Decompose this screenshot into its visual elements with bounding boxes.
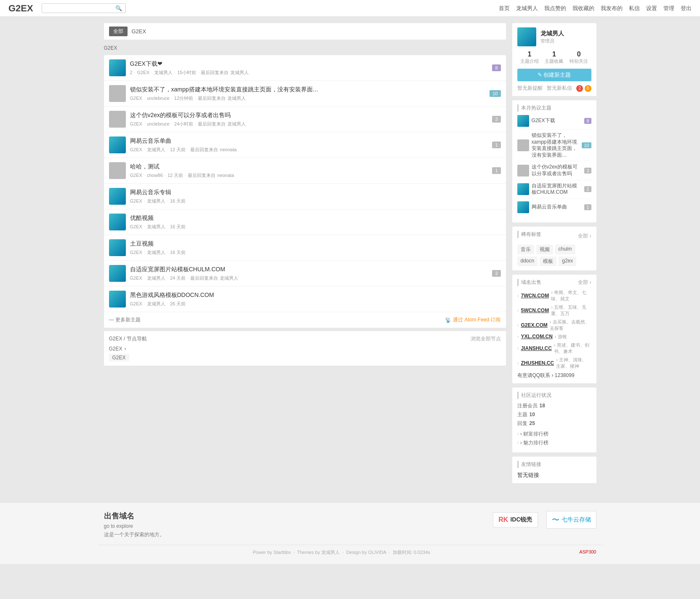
topic-meta: G2EX · 龙城男人 · 12 天前 ·最后回复来自 neonata [130,147,488,153]
domain-arrow: › [517,345,519,351]
more-topics-link[interactable]: — 更多新主题 [109,316,141,324]
topic-title-link[interactable]: 锁似安装不了，xampp搭建本地环境安装直接跳主页面，没有安装界面… [130,86,486,94]
topic-author[interactable]: 龙城男人 [147,275,165,281]
topic-author[interactable]: unclebruce [147,121,170,126]
topic-time: 12 天前 [170,147,186,153]
topic-item: 自适应宽屏图片站模板CHULM.COM G2EX · 龙城男人 · 24 天前 … [104,261,506,286]
last-reply-author[interactable]: 龙城男人 [227,95,246,102]
domain-name[interactable]: ZHUSHEN.CC [521,360,554,366]
last-reply-prefix: 最后回复来自 [190,147,218,153]
topic-author[interactable]: 龙城男人 [147,249,165,256]
footer-startbbs-link[interactable]: Startbbs [274,550,291,555]
tag-item[interactable]: chulm [555,245,575,254]
reply-count: 10 [490,90,500,97]
create-topic-button[interactable]: ✎ 创建新主题 [517,69,591,81]
domains-all-link[interactable]: 全部 › [578,279,591,286]
topic-node[interactable]: G2EX [130,224,142,229]
tag-item[interactable]: 音乐 [517,245,534,254]
domain-keywords: › 游牧 [555,334,567,340]
topic-node[interactable]: G2EX [130,198,142,203]
topic-author[interactable]: 龙城男人 [147,147,165,153]
rank-link[interactable]: › 财富排行榜 [517,431,591,438]
footer-bottom: Power by Startbbs · Themes by 龙城男人 · Des… [98,545,603,556]
topic-title-link[interactable]: 自适应宽屏图片站模板CHULM.COM [130,266,488,273]
topic-node[interactable]: G2EX [130,173,142,178]
topic-author[interactable]: 龙城男人 [147,301,165,307]
no-notif-label: 暂无新提醒 [517,85,543,92]
browse-all-nodes-link[interactable]: 浏览全部节点 [471,335,501,342]
nav-liked[interactable]: 我点赞的 [544,5,566,12]
hot-topic-title[interactable]: 锁似安装不了，xampp搭建本地环境安装直接跳主页面，没有安装界面… [532,132,580,158]
domain-name[interactable]: 7WCN.COM [521,293,549,299]
hot-topic-title[interactable]: 自适应宽屏图片站模板CHULM.COM [532,183,582,196]
tags-all-link[interactable]: 全部 › [578,233,591,240]
search-input[interactable] [45,5,115,11]
topic-title-link[interactable]: 这个仿v2ex的模板可以分享或者出售吗 [130,112,488,119]
nav-settings[interactable]: 设置 [646,5,657,12]
community-stat-value: 10 [530,412,535,417]
topic-author[interactable]: 龙城男人 [147,224,165,230]
hot-topic-title[interactable]: 这个仿v2ex的模板可以分享或者出售吗 [532,164,582,177]
last-reply-author[interactable]: 龙城男人 [227,121,246,127]
node-tag-g2ex[interactable]: G2EX [109,354,129,361]
topic-title-link[interactable]: G2EX下载❤ [130,60,488,68]
topic-avatar [109,239,126,256]
nav-admin[interactable]: 管理 [663,5,674,12]
manage-link[interactable]: 管理员 [540,38,554,43]
domain-name[interactable]: G2EX.COM [521,322,548,328]
hot-topic-title[interactable]: 网易云音乐单曲 [532,204,582,211]
last-reply-author[interactable]: 龙城男人 [230,70,249,76]
footer-themes-author-link[interactable]: 龙城男人 [321,550,340,555]
topic-title-link[interactable]: 网易云音乐单曲 [130,137,488,145]
hot-topic-title[interactable]: G2EX下载 [532,118,582,124]
footer-design-author-link[interactable]: OLIVIDA [368,550,386,555]
reply-count: 8 [492,64,500,71]
topic-title-link[interactable]: 黑色游戏风格模板DDOCN.COM [130,291,501,299]
last-reply-author[interactable]: neonata [220,147,237,152]
topic-title-link[interactable]: 优酷视频 [130,214,501,222]
topic-time: 16 天前 [170,198,186,204]
last-reply-author[interactable]: 龙城男人 [220,275,238,281]
nav-messages[interactable]: 私信 [629,5,640,12]
topic-avatar [109,214,126,230]
topic-title-link[interactable]: 哈哈，测试 [130,163,488,171]
topic-item: 哈哈，测试 G2EX · chow86 · 12 天前 ·最后回复来自 neon… [104,158,506,184]
last-reply-author[interactable]: neonata [217,173,234,178]
topic-node[interactable]: G2EX [130,121,142,126]
stat-topics-intro: 1 主题介绍 [520,51,539,64]
nav-logout[interactable]: 登出 [681,5,692,12]
domain-name[interactable]: JIANSHU.CC [521,345,552,351]
atom-feed-link[interactable]: 📡 通过 Atom Feed 订阅 [445,316,500,324]
domain-name[interactable]: 5WCN.COM [521,308,549,313]
nav-home[interactable]: 首页 [499,5,510,12]
topic-info: G2EX下载❤ 2 · G2EX · 龙城男人 · 15小时前 ·最后回复来自 … [130,60,488,76]
topic-author[interactable]: chow86 [147,173,163,178]
topic-node[interactable]: G2EX [137,70,149,75]
topic-node[interactable]: G2EX [130,250,142,255]
rank-link[interactable]: › 魅力排行榜 [517,439,591,447]
topic-node[interactable]: G2EX [130,301,142,306]
topic-title-link[interactable]: 网易云音乐专辑 [130,189,501,196]
tag-item[interactable]: 模板 [540,257,556,266]
topic-node[interactable]: G2EX [130,275,142,281]
domain-name[interactable]: YXL.COM.CN [521,334,553,340]
nav-published[interactable]: 我发布的 [601,5,623,12]
tag-item[interactable]: 视频 [536,245,553,254]
topic-title-link[interactable]: 土豆视频 [130,240,501,248]
topic-author[interactable]: 龙城男人 [147,198,165,204]
community-stat-label: 主题 [517,411,527,418]
topic-author[interactable]: 龙城男人 [154,70,173,76]
filter-all-btn[interactable]: 全部 [109,27,128,36]
topic-meta: G2EX · unclebruce · 24小时前 ·最后回复来自 龙城男人 [130,121,488,127]
tag-item[interactable]: g2ex [559,257,576,266]
tag-item[interactable]: ddocn [517,257,538,266]
nav-user[interactable]: 龙城男人 [516,5,538,12]
topic-time: 24小时前 [174,121,193,127]
page-container: 全部 G2EX G2EX G2EX下载❤ 2 · G2EX · 龙城男人 · 1… [98,17,603,494]
domain-keywords: › 去买换、去载然、去探客 [550,319,591,332]
topic-info: 土豆视频 G2EX · 龙城男人 · 16 天前 [130,240,501,256]
nav-favorites[interactable]: 我收藏的 [572,5,594,12]
topic-node[interactable]: G2EX [130,96,142,101]
topic-node[interactable]: G2EX [130,147,142,152]
topic-author[interactable]: unclebruce [147,96,170,101]
